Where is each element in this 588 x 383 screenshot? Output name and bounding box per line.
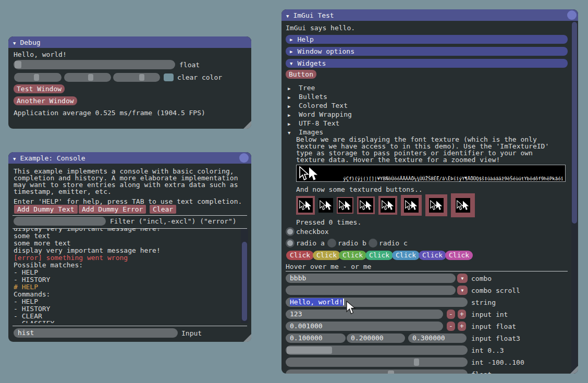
imgui-test-window: ImGui Test ImGui says hello. Help Window…	[281, 9, 578, 374]
image-button[interactable]	[451, 193, 475, 217]
image-button[interactable]	[296, 196, 315, 215]
tree-node-bullets[interactable]: Bullets	[288, 93, 327, 101]
combo-box[interactable]: bbbb	[286, 274, 456, 283]
collapse-arrow-icon[interactable]	[13, 154, 16, 162]
string-input[interactable]: Hello, world!	[286, 298, 468, 307]
cursor-texture-icon	[338, 198, 352, 213]
chevron-down-icon[interactable]	[457, 274, 468, 283]
log-line: - CLEAR	[14, 313, 238, 320]
filter-label: Filter ("incl,-excl") ("error")	[110, 218, 237, 225]
test-scrollbar-grab[interactable]	[572, 22, 577, 224]
float-input-label: input float	[471, 323, 516, 330]
selected-text: Hello, world!	[290, 298, 343, 306]
float-input[interactable]: 0.001000	[286, 322, 443, 331]
close-icon[interactable]	[239, 153, 249, 163]
tree-arrow-icon	[288, 95, 290, 100]
console-scrollbar-track[interactable]	[241, 229, 248, 323]
text-caret	[343, 299, 344, 305]
minus-button[interactable]: -	[447, 322, 455, 331]
combo-scroll-box[interactable]	[286, 286, 456, 295]
combo-scroll-label: combo scroll	[471, 287, 520, 294]
click-button-indigo[interactable]: Click	[419, 251, 446, 260]
tree-node-tree[interactable]: Tree	[288, 84, 315, 92]
greeting-text: ImGui says hello.	[286, 24, 355, 31]
add-dummy-text-button[interactable]: Add Dummy Text	[14, 205, 78, 214]
header-help[interactable]: Help	[286, 35, 568, 44]
clear-color-swatch[interactable]	[164, 73, 174, 81]
image-button[interactable]	[318, 198, 333, 213]
click-button-teal[interactable]: Click	[365, 251, 393, 260]
float3-input-z[interactable]: 0.300000	[408, 333, 467, 343]
float3-input-x[interactable]: 0.100000	[286, 333, 346, 343]
test-titlebar[interactable]: ImGui Test	[281, 9, 578, 21]
console-command-input[interactable]: hist	[14, 328, 178, 338]
float-slider[interactable]: 0.000	[14, 60, 175, 69]
click-button-green[interactable]: Click	[339, 251, 366, 260]
test-window-button[interactable]: Test Window	[14, 84, 65, 93]
checkbox-label: checkbox	[296, 228, 329, 235]
checkbox[interactable]	[286, 227, 295, 236]
image-button[interactable]	[357, 196, 375, 214]
int-input[interactable]: 123	[286, 310, 443, 319]
font-texture-image[interactable]: ýÇf}{ÿj()[]|¥YBÑòÙõóÂÄÁÀÖ¼¾ÙÚŽŠ8ÉË/â\ÈÞï…	[296, 165, 566, 182]
resize-grip[interactable]	[243, 121, 251, 129]
console-intro-line: timestamp, emitter, etc.	[14, 188, 112, 195]
int-big-slider[interactable]: 42	[286, 357, 468, 367]
slider-grab[interactable]	[287, 347, 332, 354]
green-slider[interactable]: G:144	[64, 73, 111, 82]
images-text-line: texture data. Hover the texture for a zo…	[296, 156, 500, 163]
plus-button[interactable]: +	[458, 310, 466, 319]
click-button-blue[interactable]: Click	[392, 251, 420, 260]
log-line-error: [error] something went wrong	[14, 254, 238, 262]
header-window-options[interactable]: Window options	[286, 47, 568, 56]
add-dummy-error-button[interactable]: Add Dummy Error	[79, 205, 146, 214]
close-icon[interactable]	[567, 10, 577, 20]
filter-input[interactable]	[14, 217, 106, 226]
cursor-texture-icon	[456, 198, 470, 213]
chevron-down-icon[interactable]	[457, 286, 468, 295]
header-widgets[interactable]: Widgets	[286, 59, 568, 68]
collapse-arrow-icon	[290, 58, 292, 68]
log-line: - HISTORY	[14, 276, 238, 283]
minus-button[interactable]: -	[447, 310, 455, 319]
button-widget[interactable]: Button	[286, 70, 316, 79]
log-line: - HELP	[14, 269, 238, 276]
float-slider-grab[interactable]	[15, 61, 21, 68]
tree-node-word-wrapping[interactable]: Word Wrapping	[288, 111, 352, 119]
hover-over-me-text[interactable]: Hover over me - or me	[286, 263, 371, 270]
slider-grab[interactable]	[388, 370, 394, 374]
tree-arrow-icon	[288, 131, 290, 135]
debug-titlebar[interactable]: Debug	[8, 36, 251, 48]
resize-grip[interactable]	[570, 366, 578, 374]
image-button[interactable]	[425, 194, 447, 216]
collapse-arrow-icon[interactable]	[13, 39, 16, 46]
clear-button[interactable]: Clear	[150, 205, 176, 214]
collapse-arrow-icon[interactable]	[286, 11, 289, 19]
tree-node-colored-text[interactable]: Colored Text	[288, 102, 348, 110]
float-value-slider[interactable]: 1.123	[286, 369, 468, 374]
separator	[13, 326, 247, 326]
slider-grab[interactable]	[414, 359, 419, 366]
console-titlebar[interactable]: Example: Console	[8, 152, 251, 164]
radio-b[interactable]	[327, 239, 336, 248]
image-button[interactable]	[378, 196, 397, 215]
image-button[interactable]	[401, 195, 422, 216]
radio-a[interactable]	[286, 239, 295, 248]
another-window-button[interactable]: Another Window	[14, 96, 77, 105]
radio-c[interactable]	[369, 239, 377, 248]
console-scrollbar-grab[interactable]	[242, 242, 247, 321]
debug-window-title: Debug	[20, 39, 40, 46]
plus-button[interactable]: +	[458, 322, 466, 331]
click-button-magenta[interactable]: Click	[445, 251, 473, 260]
image-button[interactable]	[337, 197, 353, 214]
red-slider[interactable]: R:114	[14, 73, 62, 82]
int-small-slider[interactable]: 0	[286, 345, 468, 355]
float3-input-y[interactable]: 0.200000	[347, 333, 405, 343]
tree-node-utf8-text[interactable]: UTF-8 Text	[288, 120, 339, 128]
test-scrollbar-track[interactable]	[571, 21, 578, 374]
int-small-slider-label: int 0..3	[471, 347, 504, 354]
blue-slider[interactable]: B:154	[113, 73, 160, 82]
click-button-yellow[interactable]: Click	[313, 251, 340, 260]
click-button-red[interactable]: Click	[286, 251, 314, 260]
resize-grip[interactable]	[243, 334, 251, 342]
